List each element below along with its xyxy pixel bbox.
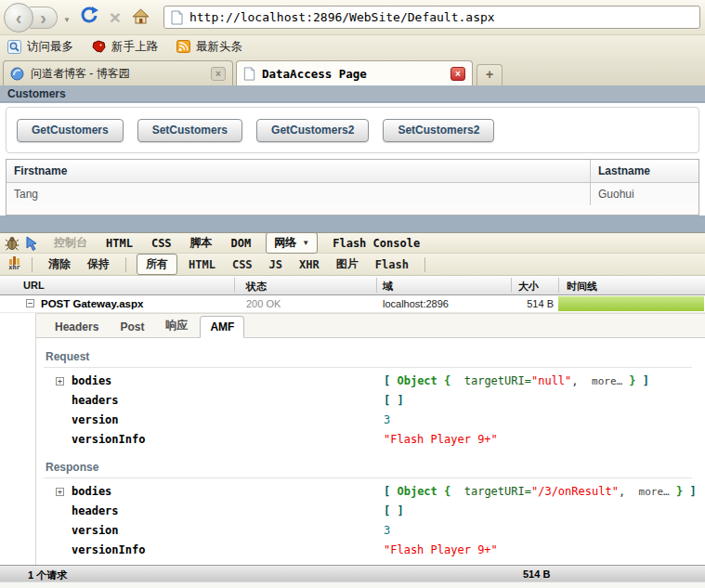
column-separator[interactable] — [511, 278, 512, 293]
bookmark-label: 新手上路 — [111, 39, 158, 55]
getcustomers-button[interactable]: GetCustomers — [17, 119, 124, 142]
filter-html[interactable]: HTML — [180, 258, 224, 271]
amf-key: versionInfo — [72, 543, 145, 556]
filter-all-active[interactable]: 所有 — [137, 254, 177, 275]
bottom-strip — [0, 581, 705, 588]
detail-tabs: Headers Post 响应 AMF — [36, 314, 705, 338]
setcustomers2-button[interactable]: SetCustomers2 — [383, 119, 494, 142]
col-header-lastname: Lastname — [590, 160, 698, 182]
section-header: Customers — [0, 85, 705, 102]
amf-value[interactable]: [ Object { targetURI="/3/onResult", more… — [384, 485, 697, 498]
page-favicon — [243, 67, 255, 81]
cell-lastname: Guohui — [590, 183, 698, 205]
detail-tab-headers[interactable]: Headers — [46, 317, 108, 337]
col-url[interactable]: URL — [23, 280, 45, 291]
detail-tab-amf-active[interactable]: AMF — [200, 316, 244, 338]
collapse-icon[interactable]: − — [26, 299, 34, 307]
xhr-chart-icon[interactable]: xhr — [7, 256, 22, 272]
filter-images[interactable]: 图片 — [328, 256, 367, 272]
firebug-tab-flash-console[interactable]: Flash Console — [323, 237, 429, 250]
inspect-element-icon[interactable] — [25, 236, 39, 251]
tab-close-icon-active[interactable]: × — [450, 67, 465, 81]
amf-value[interactable]: [ Object { targetURI="null", more… } ] — [384, 374, 649, 387]
history-dropdown-button[interactable]: ▼ — [63, 16, 71, 24]
firebug-tab-script[interactable]: 脚本 — [181, 235, 222, 251]
firebug-status-bar: 1 个请求 514 B — [0, 565, 705, 581]
amf-key: headers — [72, 394, 119, 407]
amf-row-bodies: + bodies [ Object { targetURI="/3/onResu… — [44, 481, 692, 501]
col-size[interactable]: 大小 — [518, 280, 539, 294]
amf-key: headers — [72, 504, 119, 517]
amf-value: "Flash Player 9+" — [384, 543, 498, 556]
col-status[interactable]: 状态 — [246, 280, 267, 294]
request-url[interactable]: POST Gateway.aspx — [41, 298, 143, 309]
amf-value: [ ] — [384, 504, 404, 517]
firebug-tab-dom[interactable]: DOM — [222, 237, 261, 250]
back-forward-group: › ‹ — [4, 4, 63, 32]
tab-blog[interactable]: 问道者博客 - 博客园 × — [3, 60, 233, 85]
bookmark-latest-headlines[interactable]: 最新头条 — [176, 39, 242, 55]
url-text: http://localhost:2896/WebSite/Default.as… — [189, 10, 495, 24]
column-separator[interactable] — [234, 278, 235, 293]
request-size: 514 B — [479, 298, 554, 309]
forward-button[interactable]: › — [30, 7, 58, 29]
request-detail-panel: Headers Post 响应 AMF Request + bodies [ O… — [35, 313, 705, 565]
setcustomers-button[interactable]: SetCustomers — [137, 119, 242, 142]
expand-icon[interactable]: + — [56, 488, 64, 496]
amf-value: 3 — [384, 413, 390, 426]
new-tab-button[interactable]: + — [477, 64, 503, 85]
stop-button[interactable]: × — [102, 6, 128, 30]
amf-key: bodies — [72, 374, 111, 387]
bookmark-most-visited[interactable]: 访问最多 — [7, 39, 73, 55]
column-separator[interactable] — [558, 278, 559, 293]
back-button[interactable]: ‹ — [4, 3, 33, 33]
firebug-toolbar: 控制台 HTML CSS 脚本 DOM 网络 ▼ Flash Console — [0, 232, 705, 254]
filter-js[interactable]: JS — [261, 258, 291, 271]
forward-icon: › — [40, 7, 46, 28]
firebug-tab-css[interactable]: CSS — [142, 237, 181, 250]
url-bar[interactable]: http://localhost:2896/WebSite/Default.as… — [163, 6, 700, 29]
divider — [125, 257, 126, 272]
amf-row-version: version 3 — [44, 520, 692, 540]
filter-css[interactable]: CSS — [224, 258, 261, 271]
table-header-row: Firstname Lastname — [7, 160, 698, 183]
col-timeline[interactable]: 时间线 — [567, 280, 597, 294]
column-separator[interactable] — [376, 278, 377, 293]
home-icon — [132, 8, 150, 24]
detail-tab-response[interactable]: 响应 — [156, 314, 197, 337]
page-body: GetCustomers SetCustomers GetCustomers2 … — [0, 103, 705, 216]
tab-dataaccess[interactable]: DataAccess Page × — [236, 60, 473, 85]
request-count: 1 个请求 — [28, 568, 67, 582]
home-button[interactable] — [128, 8, 154, 27]
firebug-tab-html[interactable]: HTML — [97, 237, 142, 250]
tab-title: 问道者博客 - 博客园 — [31, 66, 204, 82]
expand-icon[interactable]: + — [56, 377, 64, 385]
tab-close-icon[interactable]: × — [211, 67, 226, 81]
net-request-row[interactable]: − POST Gateway.aspx 200 OK localhost:289… — [0, 295, 705, 313]
getcustomers2-button[interactable]: GetCustomers2 — [256, 119, 369, 142]
divider — [424, 257, 425, 272]
clear-button[interactable]: 清除 — [40, 256, 79, 272]
tab-title-active: DataAccess Page — [262, 67, 444, 81]
detail-tab-post[interactable]: Post — [111, 317, 153, 337]
button-panel: GetCustomers SetCustomers GetCustomers2 … — [6, 107, 699, 153]
red-mascot-icon — [92, 40, 106, 53]
bookmark-getting-started[interactable]: 新手上路 — [92, 39, 158, 55]
timeline-bar[interactable] — [558, 296, 704, 311]
refresh-button[interactable] — [76, 7, 102, 28]
xhr-icon-label: xhr — [8, 265, 20, 271]
rss-icon — [176, 40, 190, 53]
page-content: Customers GetCustomers SetCustomers GetC… — [0, 85, 705, 232]
firebug-bug-icon[interactable] — [5, 236, 20, 251]
firebug-tab-net-active[interactable]: 网络 ▼ — [266, 232, 318, 254]
filter-flash[interactable]: Flash — [367, 258, 417, 271]
firebug-tab-console[interactable]: 控制台 — [45, 235, 97, 251]
page-icon — [171, 10, 183, 25]
browser-toolbar: › ‹ ▼ × http://localhost:2896/WebSite/De… — [0, 0, 705, 35]
bookmark-label: 最新头条 — [196, 39, 242, 55]
col-domain[interactable]: 域 — [383, 280, 393, 294]
amf-key: version — [72, 413, 119, 426]
persist-button[interactable]: 保持 — [79, 256, 118, 272]
cell-firstname: Tang — [7, 183, 590, 205]
filter-xhr[interactable]: XHR — [291, 258, 328, 271]
